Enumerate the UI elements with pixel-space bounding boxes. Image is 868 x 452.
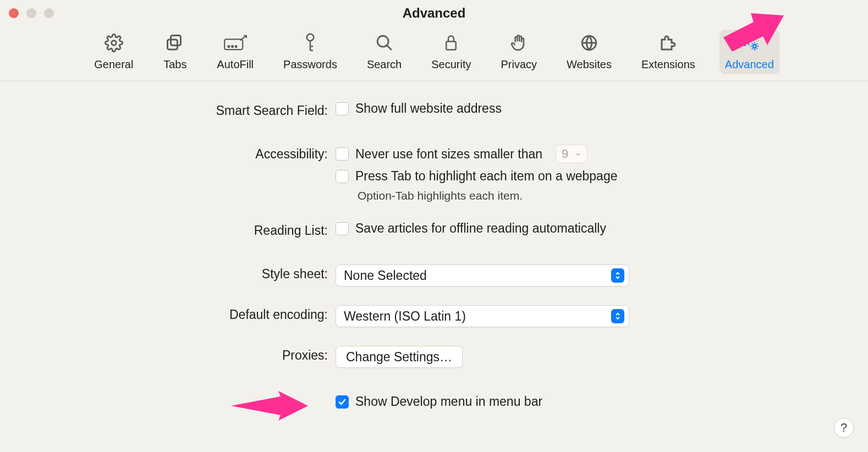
tab-privacy[interactable]: Privacy	[496, 30, 543, 74]
press-tab-label: Press Tab to highlight each item on a we…	[355, 169, 618, 184]
svg-point-0	[112, 41, 117, 46]
minimize-window-button[interactable]	[26, 8, 36, 18]
style-sheet-label: Style sheet:	[22, 264, 328, 282]
svg-rect-3	[224, 39, 243, 49]
show-full-address-checkbox[interactable]	[336, 102, 349, 115]
updown-arrows-icon	[611, 309, 624, 323]
tab-search[interactable]: Search	[361, 30, 407, 74]
min-font-size-value: 9	[562, 147, 568, 161]
tab-security[interactable]: Security	[426, 30, 476, 74]
tab-label: Extensions	[641, 58, 695, 71]
chevron-down-icon	[573, 148, 584, 159]
tab-label: Security	[431, 58, 471, 71]
svg-point-4	[228, 46, 229, 47]
hand-icon	[507, 32, 531, 54]
default-encoding-value: Western (ISO Latin 1)	[344, 309, 466, 324]
save-offline-checkbox[interactable]	[336, 222, 349, 235]
close-window-button[interactable]	[9, 8, 19, 18]
lock-icon	[439, 32, 463, 54]
updown-arrows-icon	[611, 268, 624, 283]
window-controls	[9, 8, 54, 18]
window-title: Advanced	[403, 5, 466, 21]
press-tab-checkbox[interactable]	[336, 170, 349, 183]
zoom-window-button[interactable]	[44, 8, 54, 18]
tabs-icon	[163, 32, 187, 54]
tab-label: Websites	[567, 58, 612, 71]
develop-row-spacer	[22, 394, 328, 396]
never-font-size-checkbox[interactable]	[336, 147, 349, 161]
accessibility-label: Accessibility:	[22, 145, 328, 162]
autofill-icon	[223, 32, 248, 54]
style-sheet-value: None Selected	[344, 268, 427, 283]
tab-passwords[interactable]: Passwords	[278, 30, 343, 74]
min-font-size-select[interactable]: 9	[556, 145, 587, 163]
search-icon	[372, 32, 397, 54]
svg-point-12	[753, 45, 756, 48]
tab-label: Search	[367, 58, 402, 71]
change-proxy-settings-button[interactable]: Change Settings…	[336, 346, 463, 368]
tab-label: Advanced	[725, 58, 774, 71]
tab-advanced[interactable]: Advanced	[719, 30, 779, 74]
reading-list-label: Reading List:	[22, 221, 328, 238]
svg-rect-9	[447, 42, 457, 50]
advanced-settings: Smart Search Field: Show full website ad…	[0, 81, 868, 409]
tab-extensions[interactable]: Extensions	[636, 30, 701, 74]
preferences-toolbar: General Tabs AutoFill Passwords Search S…	[0, 26, 868, 81]
svg-point-7	[307, 34, 314, 41]
puzzle-icon	[656, 32, 680, 54]
press-tab-hint: Option-Tab highlights each item.	[358, 189, 523, 202]
tab-general[interactable]: General	[89, 30, 139, 74]
style-sheet-select[interactable]: None Selected	[336, 264, 629, 286]
svg-point-5	[232, 46, 233, 47]
tab-label: Privacy	[501, 58, 537, 71]
tab-label: General	[94, 58, 133, 71]
help-button[interactable]: ?	[834, 418, 854, 438]
smart-search-label: Smart Search Field:	[22, 101, 328, 118]
tab-tabs[interactable]: Tabs	[157, 30, 193, 74]
tab-label: AutoFill	[217, 58, 254, 71]
tab-label: Passwords	[283, 58, 337, 71]
tab-autofill[interactable]: AutoFill	[211, 30, 259, 74]
gear-icon	[102, 32, 126, 54]
gears-icon	[737, 32, 761, 54]
save-offline-label: Save articles for offline reading automa…	[355, 221, 606, 236]
show-develop-menu-checkbox[interactable]	[336, 395, 349, 409]
tab-websites[interactable]: Websites	[561, 30, 617, 74]
svg-point-11	[743, 39, 747, 43]
never-font-size-label: Never use font sizes smaller than	[355, 147, 542, 162]
globe-icon	[577, 32, 601, 54]
svg-point-6	[235, 46, 237, 47]
default-encoding-label: Default encoding:	[22, 305, 328, 322]
titlebar: Advanced	[0, 0, 868, 26]
default-encoding-select[interactable]: Western (ISO Latin 1)	[336, 305, 629, 327]
show-develop-menu-label: Show Develop menu in menu bar	[355, 394, 542, 409]
proxies-label: Proxies:	[22, 346, 328, 363]
key-icon	[298, 32, 322, 54]
svg-point-8	[377, 36, 388, 47]
show-full-address-label: Show full website address	[355, 101, 502, 116]
tab-label: Tabs	[163, 58, 186, 71]
